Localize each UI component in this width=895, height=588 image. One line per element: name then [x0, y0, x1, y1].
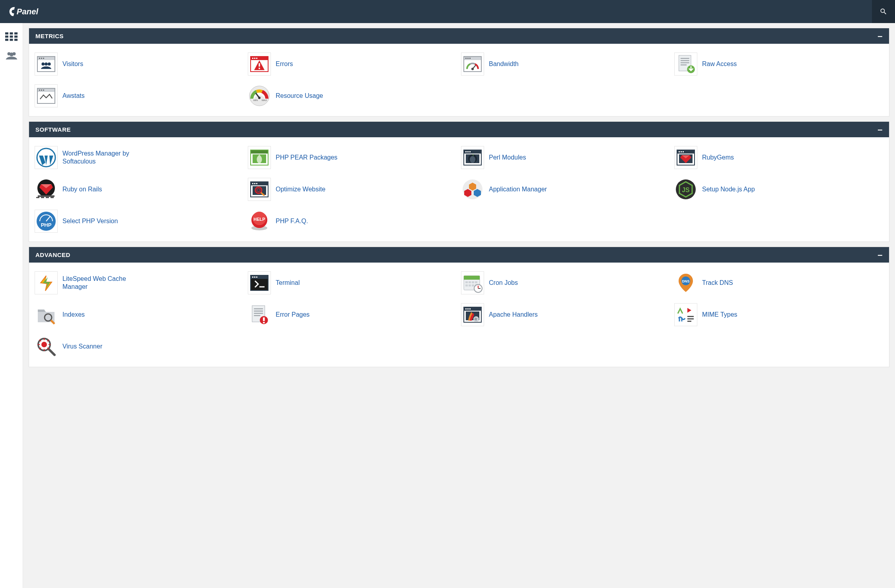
app-awstats[interactable]: Awstats: [35, 84, 244, 108]
sidebar-users[interactable]: [0, 46, 23, 65]
app-label: Resource Usage: [276, 92, 323, 100]
svg-rect-17: [5, 35, 8, 37]
app-errors[interactable]: Errors: [248, 52, 457, 76]
app-terminal[interactable]: Terminal: [248, 271, 457, 295]
svg-text:MAX: MAX: [262, 99, 267, 101]
panel-title: SOFTWARE: [35, 126, 71, 133]
svg-rect-19: [14, 35, 18, 37]
app-label: Awstats: [62, 92, 85, 100]
grid-icon: [5, 31, 18, 42]
svg-rect-15: [10, 32, 13, 34]
sidebar-home[interactable]: [0, 27, 23, 46]
svg-text:Panel: Panel: [17, 7, 39, 16]
app-label: PHP F.A.Q.: [276, 217, 308, 225]
app-bandwidth[interactable]: Bandwidth: [461, 52, 670, 76]
svg-rect-68: [469, 281, 471, 283]
perl-icon: [461, 146, 484, 169]
svg-rect-43: [46, 197, 49, 198]
svg-rect-66: [464, 276, 480, 280]
panel-software: SOFTWARE – WordPress Manager by Softacul…: [29, 121, 889, 242]
application-manager-icon: [461, 178, 484, 201]
users-icon: [5, 51, 18, 61]
sidebar: [0, 23, 23, 588]
bandwidth-icon: [461, 53, 484, 76]
wordpress-icon: [35, 146, 58, 169]
svg-rect-73: [472, 284, 474, 286]
app-label: Terminal: [276, 279, 300, 287]
collapse-icon: –: [877, 253, 883, 257]
virus-scanner-icon: [35, 335, 58, 358]
raw-access-icon: [674, 53, 697, 76]
indexes-icon: [35, 303, 58, 326]
panel-header-software[interactable]: SOFTWARE –: [29, 122, 889, 137]
svg-point-94: [41, 342, 47, 347]
svg-rect-71: [465, 284, 468, 286]
search-icon: [879, 8, 887, 16]
brand-logo[interactable]: Panel: [7, 5, 57, 18]
app-label: RubyGems: [702, 154, 734, 162]
svg-text:DNS: DNS: [682, 279, 689, 283]
svg-rect-40: [38, 195, 54, 197]
nodejs-icon: JS: [674, 178, 697, 201]
svg-rect-69: [472, 281, 474, 283]
app-ruby-on-rails[interactable]: Ruby on Rails: [35, 177, 244, 202]
app-application-manager[interactable]: Application Manager: [461, 177, 670, 202]
panel-header-advanced[interactable]: ADVANCED –: [29, 247, 889, 263]
app-label: Track DNS: [702, 279, 733, 287]
app-wordpress-manager[interactable]: WordPress Manager by Softaculous: [35, 145, 244, 170]
panel-advanced: ADVANCED – LiteSpeed Web Cache Manager: [29, 247, 889, 367]
app-track-dns[interactable]: DNS Track DNS: [674, 271, 883, 295]
errors-icon: [248, 53, 271, 76]
app-perl-modules[interactable]: Perl Modules: [461, 145, 670, 170]
svg-rect-83: [263, 317, 265, 321]
svg-rect-42: [41, 197, 44, 198]
php-faq-icon: HELP: [248, 210, 271, 233]
apache-handlers-icon: [461, 303, 484, 326]
svg-text:PHP: PHP: [41, 222, 52, 228]
app-rubygems[interactable]: RubyGems: [674, 145, 883, 170]
php-version-icon: PHP: [35, 210, 58, 233]
resource-usage-icon: MIN MAX: [248, 84, 271, 107]
app-resource-usage[interactable]: MIN MAX Resource Usage: [248, 84, 457, 108]
app-optimize-website[interactable]: Optimize Website: [248, 177, 457, 202]
app-cron-jobs[interactable]: Cron Jobs: [461, 271, 670, 295]
app-label: Error Pages: [276, 311, 309, 319]
app-php-faq[interactable]: HELP PHP F.A.Q.: [248, 209, 457, 234]
app-label: MIME Types: [702, 311, 737, 319]
svg-point-45: [255, 187, 262, 193]
app-label: Cron Jobs: [489, 279, 518, 287]
app-label: Select PHP Version: [62, 217, 118, 225]
panel-title: ADVANCED: [35, 251, 70, 258]
svg-point-46: [257, 189, 260, 192]
app-apache-handlers[interactable]: Apache Handlers: [461, 302, 670, 327]
svg-rect-88: [687, 318, 694, 319]
app-label: Ruby on Rails: [62, 185, 102, 193]
terminal-icon: [248, 271, 271, 294]
svg-text:JS: JS: [682, 187, 690, 193]
error-pages-icon: [248, 303, 271, 326]
svg-text:HELP: HELP: [253, 217, 265, 222]
svg-point-25: [10, 53, 14, 56]
app-error-pages[interactable]: Error Pages: [248, 302, 457, 327]
svg-point-34: [470, 156, 475, 163]
app-label: Optimize Website: [276, 185, 325, 193]
app-setup-nodejs[interactable]: JS Setup Node.js App: [674, 177, 883, 202]
app-visitors[interactable]: Visitors: [35, 52, 244, 76]
app-php-pear[interactable]: PHP PEAR Packages: [248, 145, 457, 170]
panel-header-metrics[interactable]: METRICS –: [29, 28, 889, 44]
app-litespeed[interactable]: LiteSpeed Web Cache Manager: [35, 271, 244, 295]
awstats-icon: [35, 84, 58, 107]
app-virus-scanner[interactable]: Virus Scanner: [35, 334, 244, 359]
app-label: PHP PEAR Packages: [276, 154, 337, 162]
search-button[interactable]: [872, 0, 895, 23]
litespeed-icon: [35, 271, 58, 294]
app-raw-access[interactable]: Raw Access: [674, 52, 883, 76]
app-select-php-version[interactable]: PHP Select PHP Version: [35, 209, 244, 234]
optimize-website-icon: [248, 178, 271, 201]
app-indexes[interactable]: Indexes: [35, 302, 244, 327]
app-mime-types[interactable]: MIME Types: [674, 302, 883, 327]
svg-rect-89: [687, 321, 691, 322]
app-label: Visitors: [62, 60, 83, 68]
mime-types-icon: [674, 303, 697, 326]
app-label: Setup Node.js App: [702, 185, 755, 193]
